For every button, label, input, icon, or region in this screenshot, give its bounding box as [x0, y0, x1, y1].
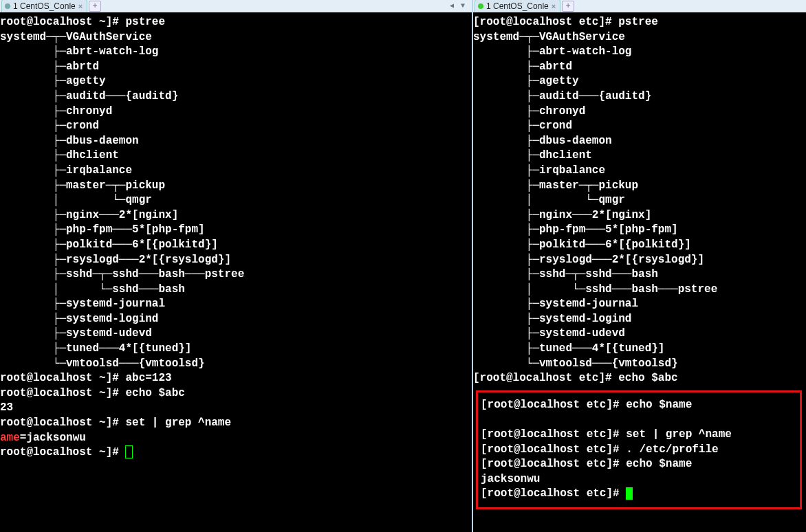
tree-line: ├─agetty — [473, 74, 806, 89]
right-tab-1[interactable]: 1 CentOS_Conle × — [475, 0, 560, 12]
tree-line: ├─sshd─┬─sshd───bash — [473, 267, 806, 282]
tree-line: ├─dbus-daemon — [0, 134, 472, 149]
status-dot-icon — [478, 3, 483, 9]
tree-line: ├─tuned───4*[{tuned}] — [0, 342, 472, 357]
output-name: jacksonwu — [481, 472, 798, 487]
tree-line: ├─polkitd───6*[{polkitd}] — [0, 238, 472, 253]
tree-line: ├─nginx───2*[nginx] — [473, 208, 806, 223]
tree-line: ├─systemd-journal — [473, 297, 806, 312]
cmd-set-name: set | grep ^name — [626, 428, 732, 441]
tree-line: └─vmtoolsd───{vmtoolsd} — [0, 357, 472, 372]
prompt: [root@localhost etc]# — [473, 372, 618, 384]
new-tab-button[interactable]: + — [89, 1, 101, 12]
tree-line: │ └─sshd───bash — [0, 282, 472, 298]
tree-line: ├─crond — [0, 119, 472, 134]
tree-line: ├─systemd-journal — [0, 297, 472, 312]
tree-line: ├─php-fpm───5*[php-fpm] — [0, 223, 472, 238]
tree-line: ├─master─┬─pickup — [473, 179, 806, 194]
left-terminal-pane: 1 CentOS_Conle × + ◀ ▼ root@localhost ~]… — [0, 0, 473, 532]
tree-line: ├─dhclient — [0, 148, 472, 164]
prompt: root@localhost ~]# — [0, 372, 125, 384]
prompt: [root@localhost etc]# — [481, 399, 626, 411]
tree-line: ├─systemd-udevd — [473, 326, 806, 342]
tab-arrows: ◀ ▼ — [447, 1, 472, 11]
prompt: root@localhost ~]# — [0, 387, 125, 399]
tab-title: 1 CentOS_Conle — [486, 1, 549, 12]
grep-match: ame — [0, 432, 20, 444]
cmd-pstree: pstree — [125, 16, 165, 28]
status-dot-icon — [5, 3, 10, 9]
tree-line: ├─nginx───2*[nginx] — [0, 208, 472, 223]
cmd-echo-abc: echo $abc — [125, 387, 184, 399]
prompt: root@localhost ~]# — [0, 446, 125, 458]
left-terminal-output[interactable]: root@localhost ~]# pstree systemd─┬─VGAu… — [0, 12, 472, 461]
tree-line: ├─chronyd — [473, 104, 806, 120]
tree-line: systemd─┬─VGAuthService — [0, 30, 472, 45]
cmd-src-profile: . /etc/profile — [626, 443, 718, 456]
cmd-echo-name1: echo $name — [626, 399, 692, 411]
tree-line: ├─php-fpm───5*[php-fpm] — [473, 223, 806, 238]
cursor-icon — [125, 445, 133, 458]
tree-line: ├─irqbalance — [0, 164, 472, 179]
tree-line: ├─systemd-logind — [0, 312, 472, 327]
tree-line: ├─dhclient — [473, 148, 806, 164]
right-tabbar: 1 CentOS_Conle × + — [473, 0, 806, 12]
tree-line: │ └─sshd───bash───pstree — [473, 282, 806, 298]
left-tab-1[interactable]: 1 CentOS_Conle × — [1, 0, 87, 12]
grep-rest: =jacksonwu — [20, 432, 86, 444]
cmd-set-name: set | grep ^name — [125, 417, 231, 429]
right-terminal-output[interactable]: [root@localhost etc]# pstree systemd─┬─V… — [473, 12, 806, 509]
tree-line: systemd─┬─VGAuthService — [473, 30, 806, 45]
highlighted-region: [root@localhost etc]# echo $name [root@l… — [476, 390, 802, 509]
tree-line: ├─crond — [473, 119, 806, 134]
tree-line: ├─systemd-logind — [473, 312, 806, 327]
tree-line: ├─abrtd — [473, 60, 806, 75]
tree-line: │ └─qmgr — [0, 193, 472, 208]
cmd-echo-name2: echo $name — [626, 458, 692, 470]
left-pstree-output: systemd─┬─VGAuthService ├─abrt-watch-log… — [0, 30, 472, 372]
tab-left-arrow-icon[interactable]: ◀ — [447, 1, 457, 11]
prompt: root@localhost ~]# — [0, 417, 125, 429]
tree-line: ├─rsyslogd───2*[{rsyslogd}] — [473, 253, 806, 268]
prompt: [root@localhost etc]# — [481, 428, 626, 441]
tree-line: ├─rsyslogd───2*[{rsyslogd}] — [0, 253, 472, 268]
tree-line: ├─chronyd — [0, 104, 472, 120]
cmd-pstree: pstree — [618, 16, 658, 28]
close-icon[interactable]: × — [552, 1, 556, 12]
tree-line: ├─polkitd───6*[{polkitd}] — [473, 238, 806, 253]
tree-line: ├─sshd─┬─sshd───bash───pstree — [0, 267, 472, 282]
left-tabbar: 1 CentOS_Conle × + ◀ ▼ — [0, 0, 472, 12]
right-terminal-pane: 1 CentOS_Conle × + [root@localhost etc]#… — [473, 0, 806, 532]
tab-title: 1 CentOS_Conle — [13, 1, 76, 12]
tree-line: ├─abrt-watch-log — [473, 45, 806, 60]
prompt: [root@localhost etc]# — [481, 487, 626, 500]
prompt: [root@localhost etc]# — [481, 443, 626, 456]
tree-line: │ └─qmgr — [473, 193, 806, 208]
cmd-echo-abc: echo $abc — [618, 372, 677, 384]
close-icon[interactable]: × — [78, 1, 83, 12]
tree-line: ├─auditd───{auditd} — [0, 89, 472, 104]
prompt: [root@localhost etc]# — [481, 458, 626, 470]
right-pstree-output: systemd─┬─VGAuthService ├─abrt-watch-log… — [473, 30, 806, 372]
prompt: [root@localhost etc]# — [473, 16, 618, 28]
tree-line: ├─agetty — [0, 74, 472, 89]
prompt: root@localhost ~]# — [0, 16, 125, 28]
new-tab-button[interactable]: + — [562, 1, 574, 12]
tree-line: ├─systemd-udevd — [0, 326, 472, 342]
cmd-abc-assign: abc=123 — [125, 372, 171, 384]
tree-line: ├─tuned───4*[{tuned}] — [473, 342, 806, 357]
output-abc: 23 — [0, 401, 472, 416]
tree-line: ├─auditd───{auditd} — [473, 89, 806, 104]
tree-line: ├─irqbalance — [473, 164, 806, 179]
output-blank — [481, 412, 798, 428]
tree-line: ├─abrtd — [0, 60, 472, 75]
cursor-icon — [626, 487, 633, 500]
tree-line: ├─dbus-daemon — [473, 134, 806, 149]
tree-line: ├─abrt-watch-log — [0, 45, 472, 60]
tree-line: └─vmtoolsd───{vmtoolsd} — [473, 357, 806, 372]
tree-line: ├─master─┬─pickup — [0, 179, 472, 194]
tab-menu-arrow-icon[interactable]: ▼ — [458, 1, 468, 11]
